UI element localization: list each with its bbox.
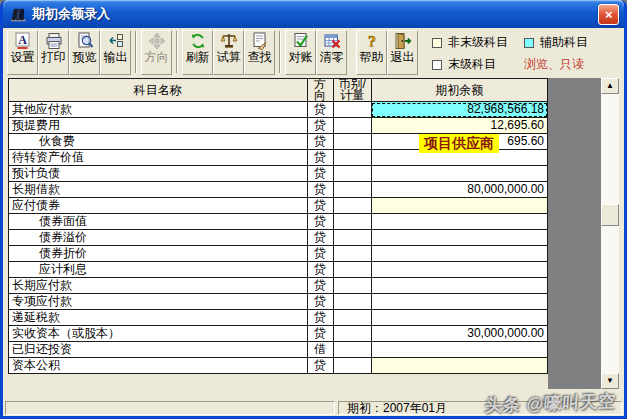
balance-cell[interactable]: [371, 214, 547, 230]
legend-auxiliary-label: 辅助科目: [540, 34, 588, 51]
direction-cell[interactable]: 贷: [307, 166, 333, 182]
balance-cell[interactable]: [371, 198, 547, 214]
subject-name-cell[interactable]: 应计利息: [9, 262, 308, 278]
refresh-icon: [189, 32, 207, 50]
reconcile-button[interactable]: 对账: [285, 30, 316, 75]
subject-name-cell[interactable]: 预计负债: [9, 166, 308, 182]
balance-cell[interactable]: 80,000,000.00: [371, 182, 547, 198]
ledger-books-icon: [10, 6, 27, 23]
balance-cell[interactable]: [371, 166, 547, 182]
settings-icon: A: [14, 32, 32, 50]
balance-cell[interactable]: 12,695.60: [371, 118, 547, 134]
print-button[interactable]: 打印: [38, 30, 69, 75]
subject-name-cell[interactable]: 实收资本（或股本）: [9, 326, 308, 342]
balance-cell[interactable]: [371, 230, 547, 246]
direction-cell[interactable]: 借: [307, 342, 333, 358]
direction-cell[interactable]: 贷: [307, 118, 333, 134]
direction-cell[interactable]: 贷: [307, 278, 333, 294]
table-row: 实收资本（或股本） 贷 30,000,000.00: [9, 326, 548, 342]
currency-cell[interactable]: [333, 326, 371, 342]
exit-button[interactable]: 退出: [387, 30, 418, 75]
subject-name-cell[interactable]: 待转资产价值: [9, 150, 308, 166]
direction-cell[interactable]: 贷: [307, 150, 333, 166]
currency-cell[interactable]: [333, 118, 371, 134]
subject-name-cell[interactable]: 预提费用: [9, 118, 308, 134]
balance-cell[interactable]: [371, 246, 547, 262]
subject-name-cell[interactable]: 资本公积: [9, 358, 308, 374]
trial-button[interactable]: 试算: [213, 30, 244, 75]
currency-cell[interactable]: [333, 278, 371, 294]
currency-cell[interactable]: [333, 102, 371, 118]
find-icon: [251, 32, 269, 50]
subject-name-cell[interactable]: 债券面值: [9, 214, 308, 230]
direction-cell[interactable]: 贷: [307, 198, 333, 214]
balance-cell[interactable]: [371, 262, 547, 278]
currency-cell[interactable]: [333, 310, 371, 326]
currency-cell[interactable]: [333, 182, 371, 198]
find-button[interactable]: 查找: [244, 30, 275, 75]
scroll-down-button[interactable]: ▼: [601, 373, 619, 389]
auxiliary-color-swatch: [524, 38, 534, 48]
direction-cell[interactable]: 贷: [307, 214, 333, 230]
scrollbar-thumb[interactable]: [601, 204, 619, 226]
clear-button[interactable]: 清零: [316, 30, 347, 75]
export-button[interactable]: 输出: [100, 30, 131, 75]
direction-cell[interactable]: 贷: [307, 246, 333, 262]
currency-cell[interactable]: [333, 134, 371, 150]
direction-cell[interactable]: 贷: [307, 182, 333, 198]
balance-cell[interactable]: 30,000,000.00: [371, 326, 547, 342]
currency-cell[interactable]: [333, 342, 371, 358]
currency-cell[interactable]: [333, 214, 371, 230]
scroll-up-button[interactable]: ▲: [601, 78, 619, 94]
subject-name-cell[interactable]: 应付债券: [9, 198, 308, 214]
preview-icon: [76, 32, 94, 50]
currency-cell[interactable]: [333, 294, 371, 310]
subject-name-cell[interactable]: 债券溢价: [9, 230, 308, 246]
subject-name-cell[interactable]: 专项应付款: [9, 294, 308, 310]
balance-cell[interactable]: [371, 358, 547, 374]
grid-empty-area: [548, 78, 601, 389]
subject-name-cell[interactable]: 债券折价: [9, 246, 308, 262]
balance-cell[interactable]: [371, 278, 547, 294]
subject-name-cell[interactable]: 长期借款: [9, 182, 308, 198]
help-button[interactable]: ? 帮助: [356, 30, 387, 75]
direction-cell[interactable]: 贷: [307, 294, 333, 310]
currency-cell[interactable]: [333, 230, 371, 246]
legend-auxiliary: 辅助科目: [524, 34, 588, 51]
subject-name-cell[interactable]: 其他应付款: [9, 102, 308, 118]
scroll-up-icon: ▲: [606, 81, 614, 90]
currency-cell[interactable]: [333, 166, 371, 182]
currency-cell[interactable]: [333, 358, 371, 374]
direction-cell[interactable]: 贷: [307, 262, 333, 278]
balance-cell[interactable]: 82,968,566.18: [371, 102, 547, 118]
direction-cell[interactable]: 贷: [307, 230, 333, 246]
direction-icon: [148, 32, 166, 50]
vertical-scrollbar[interactable]: ▲ ▼: [601, 78, 619, 389]
subject-name-cell[interactable]: 伙食费: [9, 134, 308, 150]
preview-button[interactable]: 预览: [69, 30, 100, 75]
readonly-note: 浏览、只读: [524, 56, 588, 73]
content-area: 科目名称 方向 币别/计量 期初余额 其他应付款 贷 82,968,566.18…: [3, 78, 624, 400]
currency-cell[interactable]: [333, 246, 371, 262]
subject-name-cell[interactable]: 递延税款: [9, 310, 308, 326]
settings-button[interactable]: A 设置: [7, 30, 38, 75]
grid-header-row: 科目名称 方向 币别/计量 期初余额: [9, 79, 548, 102]
subject-name-cell[interactable]: 已归还投资: [9, 342, 308, 358]
table-row: 应计利息 贷: [9, 262, 548, 278]
balance-cell[interactable]: [371, 294, 547, 310]
currency-cell[interactable]: [333, 198, 371, 214]
close-button[interactable]: ×: [598, 4, 619, 25]
balance-cell[interactable]: [371, 342, 547, 358]
table-row: 应付债券 贷: [9, 198, 548, 214]
direction-cell[interactable]: 贷: [307, 310, 333, 326]
refresh-button[interactable]: 刷新: [182, 30, 213, 75]
svg-text:A: A: [18, 33, 27, 47]
balance-cell[interactable]: [371, 310, 547, 326]
subject-name-cell[interactable]: 长期应付款: [9, 278, 308, 294]
direction-cell[interactable]: 贷: [307, 326, 333, 342]
currency-cell[interactable]: [333, 150, 371, 166]
direction-cell[interactable]: 贷: [307, 134, 333, 150]
currency-cell[interactable]: [333, 262, 371, 278]
direction-cell[interactable]: 贷: [307, 358, 333, 374]
direction-cell[interactable]: 贷: [307, 102, 333, 118]
